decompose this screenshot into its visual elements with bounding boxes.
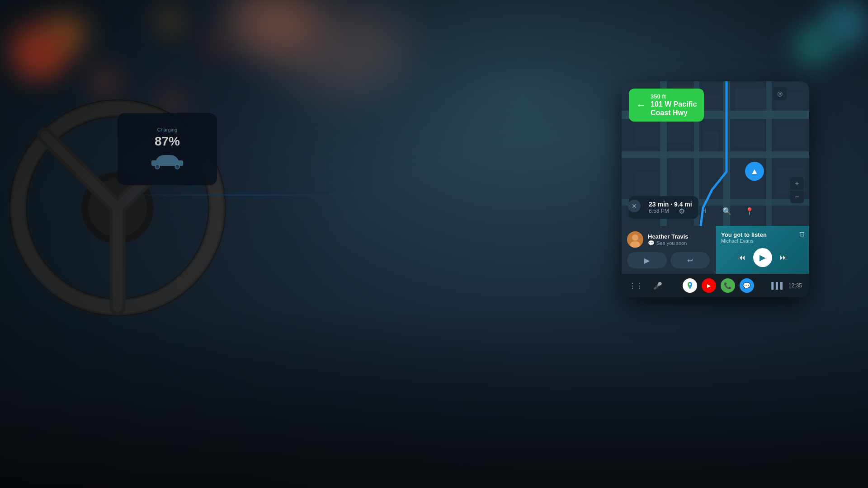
play-pause-btn[interactable]: ▶ [753,248,772,267]
svg-rect-21 [635,127,658,147]
zoom-out-btn[interactable]: − [790,191,804,203]
android-auto-panel: ← 350 ft 101 W PacificCoast Hwy ◎ ✕ 23 m… [622,81,809,297]
avatar-face [627,231,643,248]
charging-label: Charging [157,127,178,132]
settings-btn[interactable]: ⚙ [674,203,689,219]
svg-point-12 [155,164,160,169]
nav-right: ▌▌▌ 12:35 [771,282,802,289]
svg-point-13 [175,164,179,169]
svg-rect-26 [635,172,660,194]
svg-rect-23 [703,131,719,154]
signal-icon: ▌▌▌ [771,282,785,289]
map-section[interactable]: ← 350 ft 101 W PacificCoast Hwy ◎ ✕ 23 m… [622,81,809,226]
svg-rect-35 [766,81,772,226]
time-display: 12:35 [788,282,802,289]
turn-street: 101 W PacificCoast Hwy [651,100,697,117]
reply-btn[interactable]: ↩ [670,252,710,268]
app-messages-btn[interactable]: 💬 [740,278,754,293]
turn-arrow-icon: ← [636,99,646,111]
instrument-cluster: Charging 87% [118,113,217,185]
pin-btn[interactable]: 📍 [742,203,757,219]
svg-rect-18 [703,95,721,111]
message-card[interactable]: Heather Travis 💬 See you soon ▶ ↩ [622,226,716,274]
zoom-controls: + − [790,177,804,203]
car-silhouette [149,151,185,169]
next-btn[interactable]: ⏭ [776,250,791,265]
app-icons: ▶ 📞 💬 [683,278,754,293]
song-artist: Michael Evans [721,238,804,244]
message-indicator: 💬 See you soon [648,240,710,246]
prev-btn[interactable]: ⏮ [734,250,750,265]
dashboard-line [113,194,384,196]
app-maps-btn[interactable] [683,278,697,293]
turn-banner: ← 350 ft 101 W PacificCoast Hwy [629,89,704,122]
chat-icon: 💬 [648,240,655,246]
svg-rect-25 [775,127,805,145]
message-actions: ▶ ↩ [627,252,710,268]
mic-btn[interactable]: 🎤 [651,278,665,293]
map-tools: ⚙ ⑁ 🔍 📍 [674,203,757,219]
location-icon-btn[interactable]: ◎ [773,87,787,100]
contact-name: Heather Travis [648,233,710,240]
search-btn[interactable]: 🔍 [719,203,735,219]
grid-btn[interactable]: ⋮⋮ [629,278,643,293]
zoom-in-btn[interactable]: + [790,177,804,190]
turn-distance: 350 ft [651,93,697,100]
play-message-btn[interactable]: ▶ [627,252,667,268]
steering-wheel [9,54,271,348]
app-phone-btn[interactable]: 📞 [721,278,735,293]
battery-percent: 87% [155,134,180,149]
song-title: You got to listen [721,231,804,238]
svg-rect-24 [735,122,764,147]
svg-rect-19 [735,88,766,111]
avatar [627,231,643,248]
svg-rect-22 [667,124,692,142]
svg-line-8 [45,136,118,208]
svg-rect-30 [622,151,809,158]
routes-btn[interactable]: ⑁ [697,203,712,219]
nav-arrow: ▲ [745,162,764,181]
svg-rect-27 [671,169,692,197]
turn-info: 350 ft 101 W PacificCoast Hwy [651,93,697,117]
svg-point-39 [689,283,691,285]
message-meta: Heather Travis 💬 See you soon [648,233,710,246]
music-card[interactable]: ⊡ You got to listen Michael Evans ⏮ ▶ ⏭ [716,226,809,274]
cast-icon[interactable]: ⊡ [799,230,805,238]
eta-close-btn[interactable]: ✕ [628,200,641,212]
message-header: Heather Travis 💬 See you soon [627,231,710,248]
nav-bar: ⋮⋮ 🎤 ▶ 📞 💬 [622,274,809,297]
nav-left: ⋮⋮ 🎤 [629,278,665,293]
music-controls: ⏮ ▶ ⏭ [721,248,804,267]
message-preview: See you soon [656,240,687,246]
svg-point-37 [632,235,638,241]
bottom-cards: Heather Travis 💬 See you soon ▶ ↩ ⊡ You … [622,226,809,274]
app-youtube-btn[interactable]: ▶ [702,278,716,293]
